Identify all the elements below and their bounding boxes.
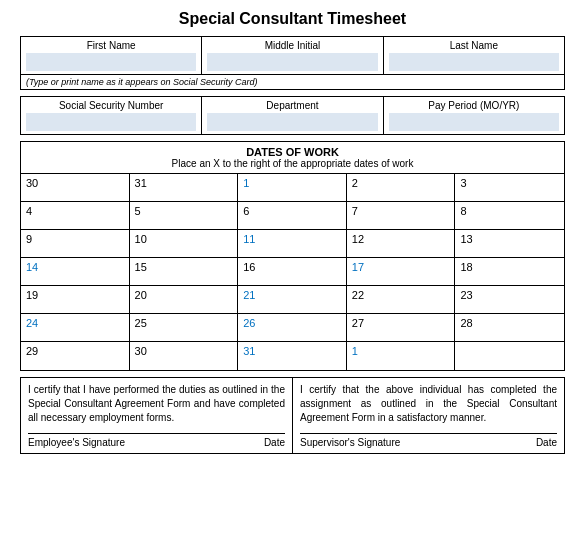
name-row: First Name Middle Initial Last Name (21, 37, 564, 75)
cert-left-sig-row: Employee's Signature Date (28, 433, 285, 448)
date-cell[interactable]: 23 (455, 286, 564, 314)
name-hint: (Type or print name as it appears on Soc… (21, 75, 564, 89)
date-cell[interactable]: 9 (21, 230, 130, 258)
date-cell[interactable]: 1 (347, 342, 456, 370)
date-cell[interactable]: 18 (455, 258, 564, 286)
date-cell[interactable]: 2 (347, 174, 456, 202)
first-name-input[interactable] (26, 53, 196, 71)
date-cell[interactable]: 19 (21, 286, 130, 314)
date-cell[interactable]: 4 (21, 202, 130, 230)
pay-period-input[interactable] (389, 113, 559, 131)
supervisor-date-label: Date (536, 437, 557, 448)
cert-right-text: I certify that the above individual has … (300, 383, 557, 425)
info-section: Social Security Number Department Pay Pe… (20, 96, 565, 135)
date-cell[interactable]: 22 (347, 286, 456, 314)
dates-header: DATES OF WORK Place an X to the right of… (21, 142, 564, 174)
employee-date-label: Date (264, 437, 285, 448)
date-cell[interactable]: 5 (130, 202, 239, 230)
first-name-cell: First Name (21, 37, 202, 74)
ssn-input[interactable] (26, 113, 196, 131)
date-cell[interactable]: 8 (455, 202, 564, 230)
dates-section: DATES OF WORK Place an X to the right of… (20, 141, 565, 371)
info-row: Social Security Number Department Pay Pe… (21, 97, 564, 134)
pay-period-label: Pay Period (MO/YR) (389, 100, 559, 111)
date-cell[interactable]: 27 (347, 314, 456, 342)
date-cell[interactable]: 10 (130, 230, 239, 258)
date-cell[interactable]: 21 (238, 286, 347, 314)
page-title: Special Consultant Timesheet (20, 10, 565, 28)
date-cell[interactable]: 20 (130, 286, 239, 314)
last-name-label: Last Name (389, 40, 559, 51)
date-cell[interactable]: 15 (130, 258, 239, 286)
date-cell[interactable]: 29 (21, 342, 130, 370)
dates-title: DATES OF WORK (25, 146, 560, 158)
employee-sig-label: Employee's Signature (28, 437, 254, 448)
dates-grid: 3031123456789101112131415161718192021222… (21, 174, 564, 370)
date-cell[interactable]: 12 (347, 230, 456, 258)
last-name-cell: Last Name (384, 37, 564, 74)
first-name-label: First Name (26, 40, 196, 51)
name-section: First Name Middle Initial Last Name (Typ… (20, 36, 565, 90)
date-cell[interactable]: 6 (238, 202, 347, 230)
middle-initial-cell: Middle Initial (202, 37, 383, 74)
department-label: Department (207, 100, 377, 111)
date-cell[interactable]: 25 (130, 314, 239, 342)
department-cell: Department (202, 97, 383, 134)
date-cell[interactable]: 1 (238, 174, 347, 202)
date-cell[interactable]: 30 (21, 174, 130, 202)
cert-left: I certify that I have performed the duti… (21, 378, 293, 453)
last-name-input[interactable] (389, 53, 559, 71)
date-cell[interactable]: 11 (238, 230, 347, 258)
ssn-cell: Social Security Number (21, 97, 202, 134)
date-cell[interactable]: 24 (21, 314, 130, 342)
date-cell[interactable]: 31 (238, 342, 347, 370)
ssn-label: Social Security Number (26, 100, 196, 111)
date-cell[interactable] (455, 342, 564, 370)
pay-period-cell: Pay Period (MO/YR) (384, 97, 564, 134)
cert-right: I certify that the above individual has … (293, 378, 564, 453)
date-cell[interactable]: 14 (21, 258, 130, 286)
cert-section: I certify that I have performed the duti… (20, 377, 565, 454)
date-cell[interactable]: 3 (455, 174, 564, 202)
date-cell[interactable]: 16 (238, 258, 347, 286)
date-cell[interactable]: 7 (347, 202, 456, 230)
date-cell[interactable]: 28 (455, 314, 564, 342)
middle-initial-label: Middle Initial (207, 40, 377, 51)
cert-left-text: I certify that I have performed the duti… (28, 383, 285, 425)
supervisor-sig-label: Supervisor's Signature (300, 437, 526, 448)
cert-right-sig-row: Supervisor's Signature Date (300, 433, 557, 448)
dates-subtitle: Place an X to the right of the appropria… (25, 158, 560, 169)
date-cell[interactable]: 17 (347, 258, 456, 286)
department-input[interactable] (207, 113, 377, 131)
date-cell[interactable]: 26 (238, 314, 347, 342)
middle-initial-input[interactable] (207, 53, 377, 71)
date-cell[interactable]: 31 (130, 174, 239, 202)
date-cell[interactable]: 30 (130, 342, 239, 370)
date-cell[interactable]: 13 (455, 230, 564, 258)
